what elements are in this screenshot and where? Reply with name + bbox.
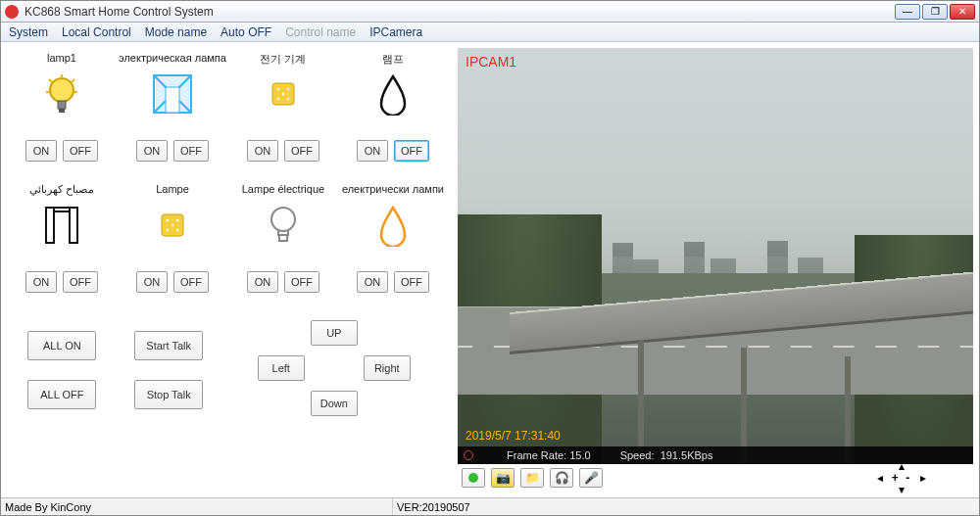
device-off-button[interactable]: OFF bbox=[394, 271, 429, 293]
device-on-button[interactable]: ON bbox=[136, 271, 168, 293]
svg-point-15 bbox=[167, 219, 169, 221]
droplet-black-icon bbox=[340, 71, 446, 117]
device-label: електрически лампи bbox=[340, 183, 446, 197]
record-indicator-icon bbox=[464, 450, 473, 460]
device-2: 전기 기계ONOFF bbox=[230, 52, 336, 179]
device-4: مصباح كهربائيONOFF bbox=[9, 183, 115, 310]
ptz-right-button[interactable]: Right bbox=[364, 355, 411, 381]
device-on-button[interactable]: ON bbox=[247, 271, 278, 293]
device-off-button[interactable]: OFF bbox=[173, 140, 209, 162]
ptz-arrow-right-icon[interactable]: ▸ bbox=[920, 471, 926, 485]
device-0: lamp1ONOFF bbox=[9, 52, 115, 179]
square-yellow-icon bbox=[230, 71, 336, 117]
device-off-button[interactable]: OFF bbox=[63, 271, 98, 293]
device-off-button[interactable]: OFF bbox=[394, 140, 429, 162]
titlebar: KC868 Smart Home Control System — ❐ ✕ bbox=[1, 1, 979, 23]
device-label: электрическая лампа bbox=[119, 52, 226, 66]
device-panel: lamp1ONOFFэлектрическая лампаONOFF전기 기계O… bbox=[1, 42, 454, 497]
ptz-left-button[interactable]: Left bbox=[258, 355, 305, 381]
device-on-button[interactable]: ON bbox=[136, 140, 168, 162]
device-label: Lampe électrique bbox=[230, 183, 336, 197]
device-label: 전기 기계 bbox=[230, 52, 336, 66]
mic-button[interactable]: 🎤 bbox=[579, 468, 603, 488]
status-version: VER:20190507 bbox=[393, 501, 470, 513]
device-on-button[interactable]: ON bbox=[25, 140, 57, 162]
svg-rect-1 bbox=[58, 101, 66, 109]
record-button[interactable] bbox=[462, 468, 485, 488]
ptz-arrow-left-icon[interactable]: ◂ bbox=[877, 471, 883, 485]
device-5: LampeONOFF bbox=[119, 183, 226, 310]
ptz-up-button[interactable]: UP bbox=[311, 320, 358, 346]
svg-rect-21 bbox=[279, 235, 287, 241]
svg-point-0 bbox=[50, 78, 74, 102]
snapshot-button[interactable]: 📷 bbox=[491, 468, 514, 488]
menu-system[interactable]: System bbox=[9, 25, 48, 39]
svg-rect-2 bbox=[59, 109, 65, 113]
all-off-button[interactable]: ALL OFF bbox=[27, 380, 96, 409]
svg-rect-4 bbox=[166, 87, 179, 113]
device-1: электрическая лампаONOFF bbox=[119, 52, 226, 179]
menu-mode-name[interactable]: Mode name bbox=[145, 25, 207, 39]
bulb-outline-icon bbox=[230, 203, 336, 248]
audio-button[interactable]: 🎧 bbox=[550, 468, 573, 488]
camera-status-bar: Frame Rate: 15.0 Speed: 191.5KBps bbox=[458, 446, 973, 464]
device-on-button[interactable]: ON bbox=[25, 271, 57, 293]
svg-point-8 bbox=[277, 98, 279, 100]
menu-local-control[interactable]: Local Control bbox=[62, 25, 131, 39]
svg-point-20 bbox=[271, 208, 295, 231]
start-talk-button[interactable]: Start Talk bbox=[134, 331, 203, 360]
menu-control-name[interactable]: Control name bbox=[285, 25, 356, 39]
window-blue-icon bbox=[119, 71, 226, 117]
device-on-button[interactable]: ON bbox=[357, 271, 388, 293]
svg-point-10 bbox=[282, 93, 284, 95]
device-label: lamp1 bbox=[9, 52, 115, 66]
device-label: 램프 bbox=[340, 52, 446, 66]
svg-point-18 bbox=[176, 229, 178, 231]
window-title: KC868 Smart Home Control System bbox=[24, 5, 895, 19]
svg-point-17 bbox=[167, 229, 169, 231]
device-off-button[interactable]: OFF bbox=[173, 271, 209, 293]
menubar: System Local Control Mode name Auto OFF … bbox=[1, 23, 979, 42]
maximize-button[interactable]: ❐ bbox=[922, 4, 948, 20]
svg-point-6 bbox=[277, 88, 279, 90]
camera-toolbar: 📷 📁 🎧 🎤 ▴ ◂ + - ▸ ▾ bbox=[458, 464, 973, 492]
svg-rect-11 bbox=[46, 208, 54, 243]
droplet-orange-icon bbox=[340, 203, 446, 248]
device-off-button[interactable]: OFF bbox=[63, 140, 98, 162]
ptz-joystick[interactable]: ▴ ◂ + - ▸ ▾ bbox=[873, 461, 930, 494]
menu-auto-off[interactable]: Auto OFF bbox=[220, 25, 271, 39]
svg-rect-12 bbox=[70, 208, 77, 243]
statusbar: Made By KinCony VER:20190507 bbox=[1, 497, 979, 515]
svg-point-19 bbox=[172, 224, 173, 226]
svg-point-22 bbox=[468, 473, 478, 483]
device-3: 램프ONOFF bbox=[340, 52, 446, 179]
app-icon bbox=[5, 5, 19, 19]
device-6: Lampe électriqueONOFF bbox=[230, 183, 336, 310]
bulb-yellow-icon bbox=[9, 71, 115, 117]
ptz-arrow-down-icon[interactable]: ▾ bbox=[899, 483, 905, 496]
all-on-button[interactable]: ALL ON bbox=[27, 331, 96, 360]
camera-view[interactable]: IPCAM1 2019/5/7 17:31:40 Frame Rate: 15.… bbox=[458, 48, 973, 464]
open-folder-button[interactable]: 📁 bbox=[520, 468, 544, 488]
svg-point-7 bbox=[287, 88, 289, 90]
svg-point-16 bbox=[176, 219, 178, 221]
device-off-button[interactable]: OFF bbox=[284, 271, 319, 293]
minimize-button[interactable]: — bbox=[895, 4, 920, 20]
device-7: електрически лампиONOFF bbox=[340, 183, 446, 310]
svg-point-9 bbox=[287, 98, 289, 100]
ptz-down-button[interactable]: Down bbox=[311, 391, 358, 416]
svg-rect-13 bbox=[54, 208, 70, 211]
camera-timestamp: 2019/5/7 17:31:40 bbox=[466, 429, 561, 443]
close-button[interactable]: ✕ bbox=[950, 4, 975, 20]
gate-icon bbox=[9, 203, 115, 248]
status-made-by: Made By KinCony bbox=[1, 498, 393, 515]
square-yellow-icon bbox=[119, 203, 226, 248]
camera-label: IPCAM1 bbox=[466, 54, 516, 70]
device-on-button[interactable]: ON bbox=[357, 140, 388, 162]
device-off-button[interactable]: OFF bbox=[284, 140, 319, 162]
device-label: مصباح كهربائي bbox=[9, 183, 115, 197]
device-on-button[interactable]: ON bbox=[247, 140, 278, 162]
menu-ipcamera[interactable]: IPCamera bbox=[369, 25, 422, 39]
device-label: Lampe bbox=[119, 183, 226, 197]
stop-talk-button[interactable]: Stop Talk bbox=[134, 380, 203, 409]
